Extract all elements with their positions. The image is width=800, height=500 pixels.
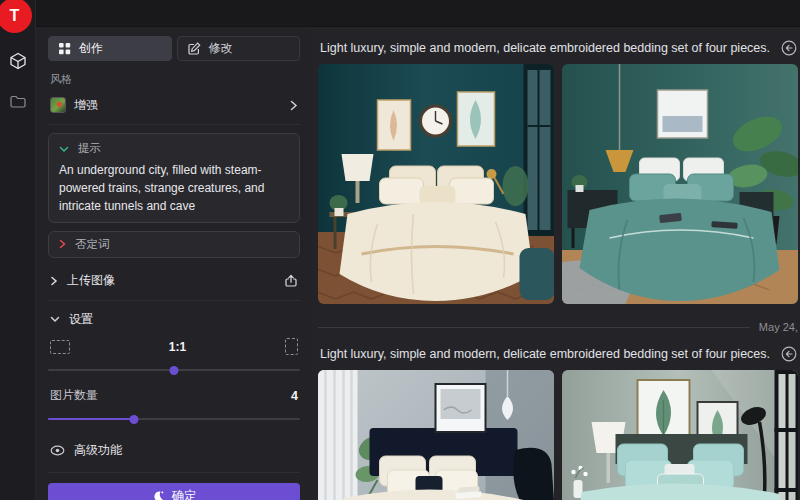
chevron-down-icon	[50, 316, 60, 323]
prompt-box[interactable]: 提示 An underground city, filled with stea…	[48, 133, 300, 223]
prompt-label: 提示	[78, 141, 101, 156]
style-selector[interactable]: 增强	[48, 92, 300, 118]
style-section-label: 风格	[50, 72, 300, 87]
aspect-ratio-row: 1:1	[48, 338, 300, 355]
image-count-slider[interactable]	[48, 412, 300, 426]
divider	[48, 472, 300, 473]
left-rail: T	[0, 0, 36, 500]
image-count-row: 图片数量 4	[48, 387, 300, 404]
result-image[interactable]	[318, 64, 554, 304]
image-count-value: 4	[291, 389, 298, 403]
generation-panel: 创作 修改 风格 增强 提	[36, 27, 310, 500]
results-feed: Light luxury, simple and modern, delicat…	[310, 27, 800, 500]
generation-caption-row: Light luxury, simple and modern, delicat…	[320, 40, 798, 56]
date-label: May 24,	[759, 321, 798, 333]
app-window: T 创作	[0, 0, 800, 500]
tab-create-label: 创作	[79, 40, 103, 57]
date-divider: May 24,	[318, 321, 798, 333]
cube-icon[interactable]	[0, 46, 36, 76]
advanced-label: 高级功能	[74, 442, 122, 459]
pencil-square-icon	[188, 42, 201, 55]
reuse-prompt-icon[interactable]	[781, 40, 797, 56]
generation-caption: Light luxury, simple and modern, delicat…	[320, 41, 770, 55]
negative-words-box[interactable]: 否定词	[48, 231, 300, 258]
result-image[interactable]	[318, 370, 554, 500]
negative-label: 否定词	[75, 237, 110, 252]
advanced-features-row[interactable]: 高级功能	[48, 442, 300, 459]
divider	[48, 300, 300, 301]
avatar[interactable]: T	[0, 0, 32, 33]
tab-create[interactable]: 创作	[48, 36, 172, 61]
folder-icon[interactable]	[0, 86, 36, 116]
confirm-button[interactable]: 确定	[48, 483, 300, 500]
slider-handle[interactable]	[129, 415, 138, 424]
result-grid	[318, 64, 798, 304]
settings-header[interactable]: 设置	[48, 305, 300, 334]
confirm-label: 确定	[172, 488, 197, 500]
divider	[48, 124, 300, 125]
reuse-prompt-icon[interactable]	[781, 346, 797, 362]
style-thumbnail-icon	[50, 97, 66, 113]
chevron-right-icon	[289, 100, 298, 111]
aspect-ratio-slider[interactable]	[48, 363, 300, 377]
landscape-crop-icon[interactable]	[50, 340, 70, 354]
prompt-input[interactable]: An underground city, filled with steam-p…	[59, 161, 289, 215]
tab-edit[interactable]: 修改	[177, 36, 301, 61]
grid-icon	[59, 43, 71, 55]
generation-caption-row: Light luxury, simple and modern, delicat…	[320, 346, 798, 362]
style-value: 增强	[74, 97, 98, 114]
generation-caption: Light luxury, simple and modern, delicat…	[320, 347, 770, 361]
upload-label: 上传图像	[67, 272, 115, 289]
slider-handle[interactable]	[170, 366, 179, 375]
crescent-moon-icon	[152, 490, 165, 500]
settings-label: 设置	[69, 311, 93, 328]
chevron-right-icon	[59, 239, 66, 251]
result-grid	[318, 370, 798, 500]
tab-edit-label: 修改	[209, 40, 233, 57]
eye-icon	[50, 445, 65, 456]
aspect-ratio-value: 1:1	[70, 340, 285, 354]
chevron-right-icon	[50, 276, 58, 286]
result-image[interactable]	[562, 64, 798, 304]
mode-tabs: 创作 修改	[48, 36, 300, 61]
top-bar	[36, 0, 800, 27]
upload-image-row[interactable]: 上传图像	[48, 267, 300, 294]
chevron-down-icon	[59, 143, 69, 155]
upload-icon[interactable]	[284, 274, 298, 288]
result-image[interactable]	[562, 370, 798, 500]
portrait-crop-icon[interactable]	[285, 338, 298, 355]
image-count-label: 图片数量	[50, 387, 98, 404]
